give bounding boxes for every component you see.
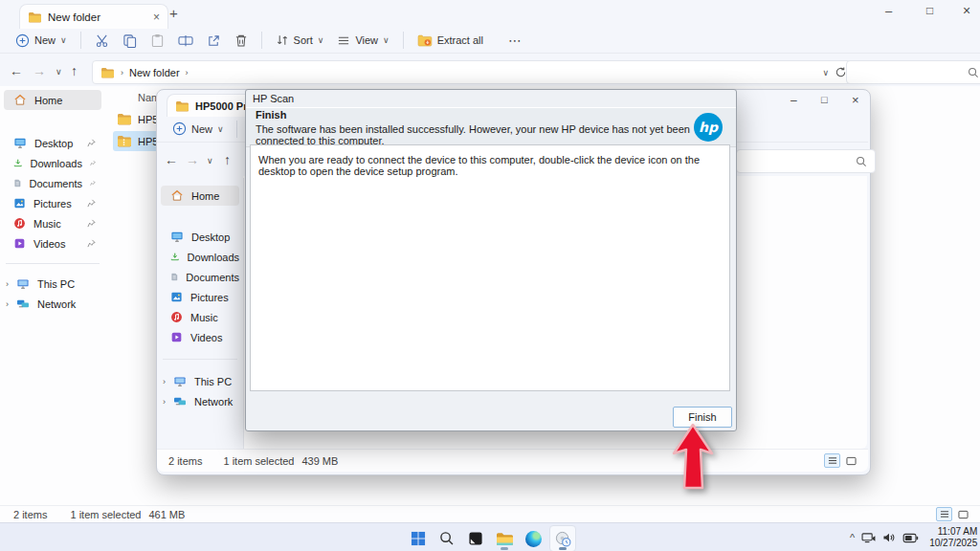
cut-icon[interactable] [95,33,109,48]
forward-icon[interactable]: → [33,64,46,77]
up-icon[interactable]: ↑ [224,153,231,166]
new-tab-button[interactable]: + [169,6,178,20]
sidebar-item-home[interactable]: Home [161,186,239,206]
sidebar-item-pictures[interactable]: Pictures [161,287,239,307]
sidebar-item-network[interactable]: › Network [161,391,239,411]
tray-display-icon[interactable] [861,532,876,543]
breadcrumb-item[interactable]: New folder [129,67,180,78]
tray-volume-icon[interactable] [882,532,896,543]
view-button[interactable]: View ∨ [337,34,389,47]
recent-locations-icon[interactable]: ∨ [56,67,62,77]
pictures-icon [13,197,26,209]
chevron-down-icon: ∨ [318,35,324,45]
outer-status-bar: 2 items 1 item selected 461 MB [0,505,980,522]
delete-icon[interactable] [234,33,248,48]
window-close-button[interactable]: × [963,4,970,17]
tab-close-icon[interactable]: × [153,11,160,23]
sidebar-item-music[interactable]: Music [161,307,239,327]
more-options-icon[interactable]: ⋯ [508,33,522,47]
inner-search-box[interactable] [736,149,876,173]
status-selected-count: 1 item selected [223,455,294,467]
copy-icon[interactable] [122,33,137,48]
music-icon [170,311,183,323]
edge-icon [525,531,542,547]
sidebar-divider [6,263,100,264]
sidebar-item-pictures[interactable]: Pictures [4,193,101,213]
sidebar-item-home[interactable]: Home [4,90,101,110]
details-view-toggle[interactable] [936,507,952,521]
tray-chevron-up-icon[interactable]: ^ [850,533,855,543]
share-icon[interactable] [207,33,221,48]
taskbar-hp-setup-button[interactable] [549,525,576,551]
sidebar-item-videos[interactable]: Videos [161,327,239,347]
search-box[interactable] [846,60,980,84]
sidebar-item-videos[interactable]: Videos [4,233,101,253]
sidebar-item-downloads[interactable]: Downloads [4,153,101,173]
chevron-down-icon: ∨ [383,35,390,45]
extract-all-button[interactable]: Extract all [417,34,483,47]
back-icon[interactable]: ← [165,153,178,166]
sidebar-item-label: Videos [33,238,79,250]
documents-icon [170,271,178,283]
taskbar-app-button[interactable] [463,526,488,551]
sidebar-item-this-pc[interactable]: › This PC [4,274,101,294]
sidebar-item-label: This PC [37,278,75,290]
chevron-right-icon[interactable]: › [6,279,9,289]
sort-button[interactable]: Sort ∨ [276,33,324,47]
inner-close-button[interactable]: × [852,94,859,106]
rename-icon[interactable] [178,33,193,48]
sidebar-item-network[interactable]: › Network [4,294,101,314]
breadcrumb-bar[interactable]: › New folder › ∨ [92,60,856,84]
extract-all-label: Extract all [437,34,483,46]
outer-tab-new-folder[interactable]: New folder × [19,4,168,29]
sidebar-item-desktop[interactable]: Desktop [4,133,101,153]
taskbar-search-button[interactable] [434,526,459,551]
sidebar-item-documents[interactable]: Documents [161,267,239,287]
start-button[interactable] [406,526,431,551]
paste-icon[interactable] [150,33,165,48]
window-maximize-button[interactable]: □ [926,5,933,16]
sidebar-item-label: Network [194,396,233,408]
sidebar-item-label: This PC [194,376,232,387]
tray-battery-icon[interactable] [902,533,919,543]
toolbar-divider [236,121,237,138]
sidebar-item-desktop[interactable]: Desktop [161,227,239,247]
taskbar: ^ 11:07 AM 10/27/2025 [0,522,980,551]
thumbnail-view-toggle[interactable] [956,508,970,520]
chevron-down-icon: ∨ [217,124,224,134]
up-icon[interactable]: ↑ [71,64,78,77]
chevron-right-icon[interactable]: › [163,377,166,386]
folder-icon [100,67,115,78]
taskbar-edge-button[interactable] [521,526,546,551]
inner-minimize-button[interactable]: – [791,95,797,106]
thumbnail-view-toggle[interactable] [844,454,858,467]
inner-maximize-button[interactable]: □ [821,95,828,105]
new-button-label: New [34,34,56,46]
pin-icon [87,139,96,147]
address-dropdown-icon[interactable]: ∨ [822,68,829,77]
new-button-label: New [191,123,212,135]
sidebar-item-this-pc[interactable]: › This PC [161,371,239,391]
sidebar-item-downloads[interactable]: Downloads [161,247,239,267]
chevron-right-icon[interactable]: › [6,299,9,309]
status-items-count: 2 items [168,455,202,467]
recent-locations-icon[interactable]: ∨ [207,156,213,165]
sidebar-item-label: Documents [186,272,239,283]
window-minimize-button[interactable]: – [885,5,892,17]
inner-new-button[interactable]: New ∨ [172,121,224,136]
sidebar-item-documents[interactable]: Documents [4,173,101,193]
details-view-toggle[interactable] [824,453,840,468]
taskbar-file-explorer-button[interactable] [492,526,517,551]
back-icon[interactable]: ← [10,64,23,77]
sidebar-item-music[interactable]: Music [4,213,101,233]
forward-icon[interactable]: → [186,153,199,166]
videos-icon [13,237,26,250]
chevron-right-icon[interactable]: › [163,397,166,407]
taskbar-clock[interactable]: 11:07 AM 10/27/2025 [929,526,977,550]
new-plus-icon [172,121,187,136]
red-arrow-annotation [671,422,715,491]
dialog-title-bar[interactable]: HP Scan [246,90,736,107]
documents-icon [13,177,21,189]
new-button[interactable]: New ∨ [15,33,67,48]
music-icon [13,217,26,230]
